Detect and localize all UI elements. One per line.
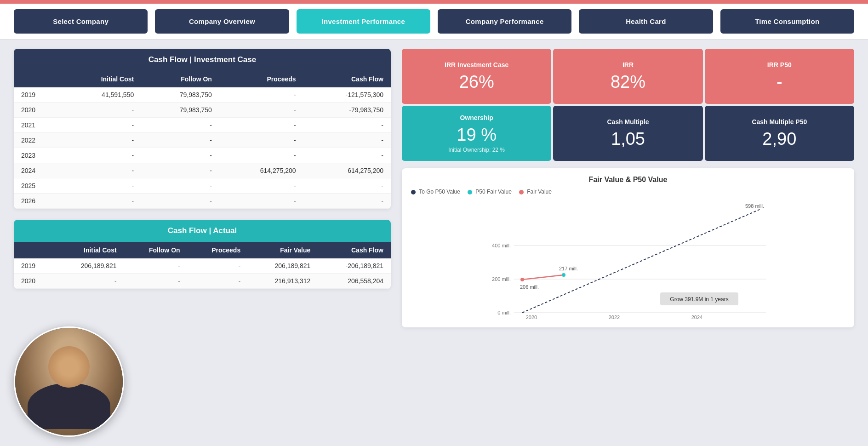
cell-year: 2024	[14, 163, 62, 178]
col-year	[14, 71, 62, 87]
cell-follow-on: -	[124, 274, 188, 289]
nav-health-card[interactable]: Health Card	[579, 9, 713, 34]
cell-cash-flow: -	[303, 178, 391, 194]
cash-multiple-p50-value: 2,90	[762, 129, 796, 149]
irr-value: 82%	[611, 72, 645, 92]
cell-cash-flow: -	[303, 194, 391, 209]
table-row: 2026 - - - -	[14, 194, 391, 209]
svg-text:0 mill.: 0 mill.	[497, 310, 511, 315]
nav-company-overview[interactable]: Company Overview	[155, 9, 289, 34]
col-fair-value-actual: Fair Value	[248, 242, 318, 258]
table-row: 2019 206,189,821 - - 206,189,821 -206,18…	[14, 258, 391, 274]
svg-text:217 mill.: 217 mill.	[559, 266, 578, 271]
table-row: 2020 - 79,983,750 - -79,983,750	[14, 103, 391, 118]
col-initial-cost: Initial Cost	[62, 71, 141, 87]
nav-investment-performance[interactable]: Investment Performance	[297, 9, 430, 34]
legend-p50-dot	[411, 190, 416, 194]
cash-multiple-label: Cash Multiple	[607, 118, 649, 126]
irr-label: IRR	[622, 61, 634, 69]
chart-legend: To Go P50 Value P50 Fair Value Fair Valu…	[411, 189, 845, 195]
col-follow-on-actual: Follow On	[124, 242, 188, 258]
cash-multiple-card: Cash Multiple 1,05	[553, 106, 702, 161]
cell-proceeds: -	[219, 103, 303, 118]
cell-year: 2023	[14, 148, 62, 163]
webcam-overlay	[14, 326, 124, 437]
fair-value-chart-card: Fair Value & P50 Value To Go P50 Value P…	[402, 168, 854, 327]
cell-follow-on: -	[141, 118, 219, 133]
col-cash-flow: Cash Flow	[303, 71, 391, 87]
cash-flow-investment-header: Cash Flow | Investment Case	[14, 49, 391, 71]
cell-initial-cost: -	[62, 103, 141, 118]
cash-flow-investment-card: Cash Flow | Investment Case Initial Cost…	[14, 49, 391, 209]
cell-initial-cost: -	[62, 163, 141, 178]
nav-time-consumption[interactable]: Time Consumption	[720, 9, 854, 34]
table-row: 2024 - - 614,275,200 614,275,200	[14, 163, 391, 178]
cell-follow-on: -	[141, 163, 219, 178]
col-cash-flow-actual: Cash Flow	[318, 242, 391, 258]
cell-initial-cost: -	[62, 133, 141, 148]
cash-flow-actual-header: Cash Flow | Actual	[14, 220, 391, 242]
cell-proceeds: -	[219, 118, 303, 133]
cell-initial-cost: -	[54, 274, 124, 289]
cell-proceeds: -	[219, 194, 303, 209]
irr-investment-case-card: IRR Investment Case 26%	[402, 49, 551, 104]
col-proceeds-actual: Proceeds	[188, 242, 248, 258]
nav-company-performance[interactable]: Company Performance	[438, 9, 571, 34]
nav-select-company[interactable]: Select Company	[14, 9, 148, 34]
cell-follow-on: -	[141, 194, 219, 209]
cell-proceeds: -	[219, 87, 303, 103]
cell-initial-cost: 41,591,550	[62, 87, 141, 103]
legend-fair-dot	[519, 190, 524, 194]
cell-year: 2019	[14, 258, 54, 274]
svg-text:206 mill.: 206 mill.	[520, 284, 539, 290]
cell-year: 2020	[14, 274, 54, 289]
cell-year: 2025	[14, 178, 62, 194]
col-proceeds: Proceeds	[219, 71, 303, 87]
table-row: 2025 - - - -	[14, 178, 391, 194]
cell-cash-flow: -79,983,750	[303, 103, 391, 118]
col-year-actual	[14, 242, 54, 258]
svg-point-10	[520, 278, 524, 281]
nav-bar: Select Company Company Overview Investme…	[0, 4, 868, 40]
cell-proceeds: -	[188, 258, 248, 274]
cell-follow-on: -	[124, 258, 188, 274]
legend-p50-fair: P50 Fair Value	[468, 189, 512, 195]
cell-cash-flow: -	[303, 133, 391, 148]
svg-text:2024: 2024	[691, 314, 702, 320]
cell-proceeds: -	[219, 133, 303, 148]
cell-follow-on: -	[141, 178, 219, 194]
table-row: 2019 41,591,550 79,983,750 - -121,575,30…	[14, 87, 391, 103]
cell-initial-cost: -	[62, 194, 141, 209]
chart-svg-wrap: 0 mill. 200 mill. 400 mill. 2020 2022 20…	[411, 200, 845, 320]
cell-follow-on: -	[141, 133, 219, 148]
cell-fair-value: 216,913,312	[248, 274, 318, 289]
person-head	[48, 346, 90, 388]
cell-proceeds: 614,275,200	[219, 163, 303, 178]
cell-proceeds: -	[219, 178, 303, 194]
cell-proceeds: -	[219, 148, 303, 163]
main-content: Cash Flow | Investment Case Initial Cost…	[0, 40, 868, 337]
irr-p50-value: -	[777, 72, 782, 92]
cell-proceeds: -	[188, 274, 248, 289]
ownership-sub: Initial Ownership: 22 %	[448, 147, 505, 153]
col-initial-cost-actual: Initial Cost	[54, 242, 124, 258]
cash-multiple-p50-label: Cash Multiple P50	[752, 118, 807, 126]
cell-cash-flow: -	[303, 118, 391, 133]
cell-follow-on: -	[141, 148, 219, 163]
irr-investment-case-label: IRR Investment Case	[445, 61, 508, 69]
svg-text:2020: 2020	[526, 314, 537, 320]
irr-card: IRR 82%	[553, 49, 702, 104]
left-panel: Cash Flow | Investment Case Initial Cost…	[14, 49, 391, 327]
legend-fair-value: Fair Value	[519, 189, 552, 195]
cash-flow-actual-table: Initial Cost Follow On Proceeds Fair Val…	[14, 242, 391, 289]
cash-multiple-value: 1,05	[611, 129, 645, 149]
ownership-card: Ownership 19 % Initial Ownership: 22 %	[402, 106, 551, 161]
svg-text:598 mill.: 598 mill.	[745, 203, 764, 209]
svg-text:200 mill.: 200 mill.	[492, 276, 511, 282]
cell-year: 2026	[14, 194, 62, 209]
legend-p50-value: To Go P50 Value	[411, 189, 460, 195]
cell-year: 2020	[14, 103, 62, 118]
irr-investment-case-value: 26%	[459, 72, 494, 92]
cell-initial-cost: 206,189,821	[54, 258, 124, 274]
cell-fair-value: 206,189,821	[248, 258, 318, 274]
